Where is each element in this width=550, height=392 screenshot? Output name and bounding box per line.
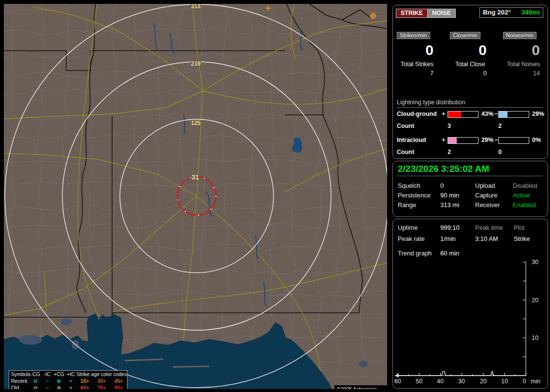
setting-label: Persistence xyxy=(398,192,431,199)
y-axis-ticks xyxy=(523,262,526,357)
cloud-ground-strike-icon xyxy=(370,13,376,19)
ic-negative-pct: 0% xyxy=(532,137,541,143)
strikes-per-min-chip: Strikes/min xyxy=(397,32,430,39)
total-noises-value: 14 xyxy=(503,70,544,77)
legend-symbol-icon: + xyxy=(65,378,76,384)
legend-pic-header: +IC xyxy=(65,371,76,378)
x-tick-20: 20 xyxy=(480,378,487,385)
x-tick-40: 40 xyxy=(437,378,444,385)
y-tick-20: 20 xyxy=(532,297,538,304)
setting-value: 0 xyxy=(440,182,444,189)
legend-old-row: Old ⊖−⊕+60+75+90+ xyxy=(9,384,127,389)
legend-age-header: Strike age color codes xyxy=(76,371,127,378)
legend-symbol-icon: ⊖ xyxy=(29,384,42,389)
total-strikes-label: Total Strikes xyxy=(397,61,437,68)
legend-age-code: 45+ xyxy=(110,378,127,384)
legend-recent-row: Recent ⊖−⊕+15+30+45+ xyxy=(9,378,127,384)
close-per-min-chip: Close/min xyxy=(450,32,480,39)
x-tick-30: 30 xyxy=(458,378,465,385)
legend-symbol-icon: − xyxy=(42,384,53,389)
total-close-value: 0 xyxy=(450,70,491,77)
noise-toggle-button[interactable]: NOISE xyxy=(427,9,456,18)
legend-age-code: 15+ xyxy=(76,378,93,384)
ic-negative-bar xyxy=(498,137,529,144)
setting-label: Receiver xyxy=(475,201,500,209)
cg-positive-pct: 43% xyxy=(481,111,493,117)
ic-count-label: Count xyxy=(397,149,414,155)
ring-label-219: 219 xyxy=(191,60,201,67)
strikes-per-min-value: 0 xyxy=(397,42,437,58)
legend-symbols-header: Symbols xyxy=(9,371,29,378)
plus-sign: + xyxy=(442,137,445,143)
total-strikes-value: 7 xyxy=(397,70,437,77)
close-counter: Close/min 0 Total Close 0 xyxy=(450,30,491,77)
ring-label-313: 313 xyxy=(191,4,201,10)
datetime-display: 2/23/2026 3:25:02 AM xyxy=(398,164,489,174)
legend-age-code: 30+ xyxy=(93,378,110,384)
legend-age-code: 60+ xyxy=(76,384,93,389)
cg-negative-pct: 29% xyxy=(532,111,544,117)
cg-negative-bar xyxy=(498,111,529,118)
legend-symbol-icon: ⊕ xyxy=(53,378,65,384)
cg-positive-bar xyxy=(448,111,478,118)
legend-nic-header: -IC xyxy=(42,371,53,378)
trend-graph: 30 20 10 60 50 40 30 20 10 0 min xyxy=(393,219,547,387)
intracloud-label: Intracloud xyxy=(397,137,426,143)
legend-age-code: 75+ xyxy=(93,384,110,389)
cloud-ground-label: Cloud-ground xyxy=(397,111,437,117)
noises-per-min-value: 0 xyxy=(503,42,544,58)
trend-panel: Uptime 999:10 Peak time Plot Peak rate 1… xyxy=(392,219,548,389)
noises-counter: Noises/min 0 Total Noises 14 xyxy=(503,30,544,77)
bearing-readout: Bng 202° 340mi xyxy=(479,7,543,18)
setting-value: Enabled xyxy=(513,201,536,209)
legend-age-code: 90+ xyxy=(110,384,127,389)
ic-negative-count: 0 xyxy=(498,149,502,155)
x-tick-10: 10 xyxy=(501,378,508,385)
strike-toggle-button[interactable]: STRIKE xyxy=(396,9,428,18)
ring-label-31: 31 xyxy=(191,173,199,181)
setting-value: 313 mi xyxy=(440,201,459,209)
legend-header-row: Symbols -CG -IC +CG +IC Strike age color… xyxy=(9,371,127,378)
cg-positive-count: 3 xyxy=(448,123,451,129)
minus-sign: − xyxy=(494,111,498,117)
plus-sign: + xyxy=(442,111,445,117)
cg-negative-count: 2 xyxy=(498,123,502,129)
x-tick-60: 60 xyxy=(394,378,401,385)
total-noises-label: Total Noises xyxy=(503,61,544,68)
ring-label-125: 125 xyxy=(191,120,201,126)
copyright-notice: ©2005 Astrogenic Systems xyxy=(334,385,387,389)
y-tick-10: 10 xyxy=(532,335,538,341)
legend-symbol-icon: − xyxy=(42,378,53,384)
distribution-title: Lightning type distribution xyxy=(397,99,543,108)
legend-symbol-icon: + xyxy=(65,384,76,389)
x-tick-0: 0 xyxy=(523,378,526,385)
x-axis-ticks xyxy=(398,373,526,376)
close-per-min-value: 0 xyxy=(450,42,491,58)
ic-positive-bar xyxy=(448,137,478,144)
map-canvas: 313 219 125 31 xyxy=(4,4,387,389)
x-axis-unit: min xyxy=(531,378,540,385)
divider xyxy=(397,176,543,176)
ic-positive-pct: 29% xyxy=(481,137,493,143)
rivers-lakes xyxy=(154,24,302,306)
noises-per-min-chip: Noises/min xyxy=(503,32,536,39)
total-close-label: Total Close xyxy=(450,61,491,68)
setting-value: Active xyxy=(513,192,530,199)
status-panel: 2/23/2026 3:25:02 AM Squelch0UploadDisab… xyxy=(392,161,548,217)
strike-counter-panel: STRIKE NOISE Bng 202° 340mi Strikes/min … xyxy=(392,5,548,159)
setting-value: 90 min xyxy=(440,192,459,199)
cg-count-label: Count xyxy=(397,123,414,129)
setting-label: Upload xyxy=(475,182,495,189)
ic-positive-count: 2 xyxy=(448,149,451,155)
intracloud-strike-icon xyxy=(266,6,271,11)
strikes-counter: Strikes/min 0 Total Strikes 7 xyxy=(397,30,437,77)
setting-label: Capture xyxy=(475,192,497,199)
lightning-map[interactable]: 313 219 125 31 Symbols -CG -IC +CG +IC S… xyxy=(4,4,387,389)
bearing-distance: 340mi xyxy=(521,9,540,16)
setting-label: Squelch xyxy=(398,182,420,189)
setting-label: Range xyxy=(398,201,416,209)
setting-value: Disabled xyxy=(513,182,537,189)
legend-symbol-icon: ⊖ xyxy=(29,378,42,384)
bearing-value: Bng 202° xyxy=(483,9,511,16)
x-tick-50: 50 xyxy=(416,378,422,385)
